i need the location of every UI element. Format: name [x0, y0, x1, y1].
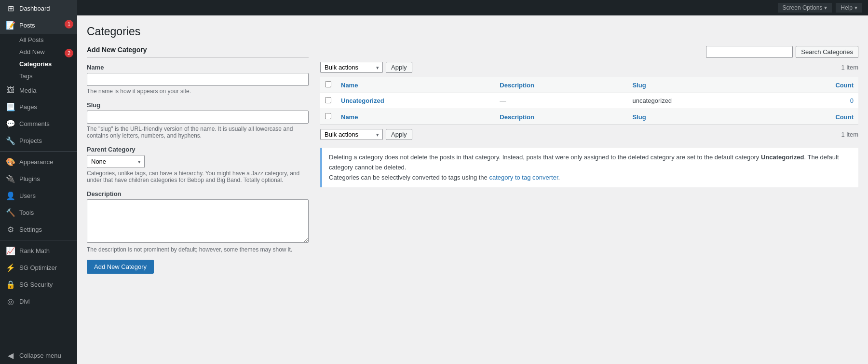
- collapse-icon: ◀: [6, 351, 15, 360]
- bulk-actions-select-top[interactable]: Bulk actions: [320, 62, 383, 73]
- divi-icon: ◎: [6, 297, 15, 306]
- row-slug: uncategorized: [632, 97, 672, 104]
- screen-options-button[interactable]: Screen Options ▾: [778, 3, 832, 13]
- sidebar-label-posts: Posts: [19, 22, 35, 29]
- apply-button-top[interactable]: Apply: [386, 62, 412, 73]
- search-categories-input[interactable]: [706, 46, 793, 58]
- sidebar-collapse-label: Collapse menu: [19, 352, 61, 359]
- sidebar-label-dashboard: Dashboard: [19, 5, 50, 12]
- slug-group: Slug The "slug" is the URL-friendly vers…: [87, 101, 309, 139]
- sidebar-item-tools[interactable]: 🔨 Tools: [0, 204, 77, 221]
- parent-label: Parent Category: [87, 146, 309, 153]
- sidebar-label-sg-security: SG Security: [19, 281, 53, 288]
- apply-button-bottom[interactable]: Apply: [386, 129, 412, 140]
- add-new-label: Add New: [19, 48, 45, 56]
- sidebar-item-comments[interactable]: 💬 Comments: [0, 115, 77, 132]
- screen-options-chevron-icon: ▾: [824, 4, 827, 11]
- row-name-cell: Uncategorized: [336, 93, 495, 109]
- sidebar-item-projects[interactable]: 🔧 Projects: [0, 132, 77, 149]
- search-area: Search Categories: [706, 46, 858, 58]
- row-description-cell: —: [495, 93, 627, 109]
- info-text-line1: Deleting a category does not delete the …: [329, 153, 852, 173]
- sidebar-item-divi[interactable]: ◎ Divi: [0, 293, 77, 310]
- comments-icon: 💬: [6, 119, 15, 128]
- table-top-bar: Search Categories: [320, 46, 858, 58]
- help-label: Help: [841, 4, 853, 11]
- sidebar-item-rank-math[interactable]: 📈 Rank Math: [0, 242, 77, 259]
- posts-badge: 1: [65, 20, 73, 28]
- col-description-footer[interactable]: Description: [495, 109, 627, 125]
- sidebar-item-add-new[interactable]: Add New 2: [0, 46, 77, 58]
- col-name-footer[interactable]: Name: [336, 109, 495, 125]
- col-slug-header[interactable]: Slug: [627, 77, 775, 93]
- search-categories-button[interactable]: Search Categories: [796, 46, 858, 58]
- bulk-bar-bottom: Bulk actions Apply 1 item: [320, 129, 858, 140]
- description-group: Description The description is not promi…: [87, 190, 309, 253]
- parent-category-select[interactable]: None: [87, 155, 145, 168]
- all-posts-label: All Posts: [19, 36, 44, 43]
- description-textarea[interactable]: [87, 199, 309, 243]
- category-count-link[interactable]: 0: [850, 97, 854, 104]
- sidebar-item-all-posts[interactable]: All Posts: [0, 34, 77, 46]
- sidebar-item-sg-optimizer[interactable]: ⚡ SG Optimizer: [0, 259, 77, 276]
- sidebar-label-rank-math: Rank Math: [19, 247, 50, 254]
- sidebar-item-categories[interactable]: Categories: [0, 58, 77, 70]
- sidebar-label-pages: Pages: [19, 103, 37, 111]
- bulk-bar-top: Bulk actions Apply 1 item: [320, 62, 858, 73]
- tags-label: Tags: [19, 72, 32, 80]
- parent-hint: Categories, unlike tags, can have a hier…: [87, 170, 309, 183]
- sidebar-item-users[interactable]: 👤 Users: [0, 187, 77, 204]
- col-count-footer[interactable]: Count: [775, 109, 858, 125]
- description-label: Description: [87, 190, 309, 197]
- sidebar-item-settings[interactable]: ⚙ Settings: [0, 221, 77, 238]
- select-all-checkbox[interactable]: [325, 81, 331, 87]
- pages-icon: 📃: [6, 102, 15, 112]
- slug-label: Slug: [87, 101, 309, 109]
- table-row: Uncategorized — uncategorized 0: [320, 93, 858, 109]
- sidebar-label-sg-optimizer: SG Optimizer: [19, 264, 57, 271]
- screen-options-label: Screen Options: [783, 4, 823, 11]
- sidebar-item-appearance[interactable]: 🎨 Appearance: [0, 154, 77, 170]
- sidebar-item-sg-security[interactable]: 🔒 SG Security: [0, 276, 77, 293]
- table-footer-row: Name Description Slug Count: [320, 109, 858, 125]
- add-category-button[interactable]: Add New Category: [87, 260, 154, 274]
- info-text-3: Categories can be selectively converted …: [329, 174, 488, 181]
- content-layout: Add New Category Name The name is how it…: [87, 46, 858, 274]
- row-checkbox-cell: [320, 93, 336, 109]
- categories-table: Name Description Slug Count: [320, 77, 858, 125]
- row-count-cell: 0: [775, 93, 858, 109]
- sidebar-label-tools: Tools: [19, 209, 34, 216]
- col-count-header[interactable]: Count: [775, 77, 858, 93]
- form-section-title: Add New Category: [87, 46, 309, 58]
- col-cb-header: [320, 77, 336, 93]
- help-button[interactable]: Help ▾: [836, 3, 862, 13]
- sidebar-item-posts[interactable]: 📝 Posts 1: [0, 17, 77, 34]
- bulk-select-wrapper-bottom: Bulk actions: [320, 129, 383, 140]
- col-description-header[interactable]: Description: [495, 77, 627, 93]
- slug-input[interactable]: [87, 111, 309, 124]
- sidebar-item-tags[interactable]: Tags: [0, 70, 77, 82]
- projects-icon: 🔧: [6, 136, 15, 145]
- sidebar-item-dashboard[interactable]: ⊞ Dashboard: [0, 0, 77, 17]
- category-name-link[interactable]: Uncategorized: [341, 97, 384, 104]
- bulk-actions-select-bottom[interactable]: Bulk actions: [320, 129, 383, 140]
- main-content: Categories Add New Category Name The nam…: [77, 15, 868, 364]
- sidebar-collapse-menu[interactable]: ◀ Collapse menu: [0, 347, 77, 364]
- sidebar: ⊞ Dashboard 📝 Posts 1 All Posts Add New …: [0, 0, 77, 364]
- sidebar-label-users: Users: [19, 192, 36, 199]
- sidebar-item-plugins[interactable]: 🔌 Plugins: [0, 170, 77, 187]
- select-all-checkbox-footer[interactable]: [325, 113, 331, 119]
- name-input[interactable]: [87, 73, 309, 86]
- row-checkbox[interactable]: [325, 97, 331, 103]
- col-slug-footer[interactable]: Slug: [627, 109, 775, 125]
- col-name-header[interactable]: Name: [336, 77, 495, 93]
- users-icon: 👤: [6, 191, 15, 200]
- category-to-tag-converter-link[interactable]: category to tag converter: [489, 174, 558, 181]
- col-cb-footer: [320, 109, 336, 125]
- sidebar-item-pages[interactable]: 📃 Pages: [0, 98, 77, 115]
- posts-icon: 📝: [6, 21, 15, 30]
- bulk-select-wrapper-top: Bulk actions: [320, 62, 383, 73]
- sidebar-item-media[interactable]: 🖼 Media: [0, 82, 77, 98]
- sidebar-divider-2: [0, 240, 77, 240]
- sidebar-label-projects: Projects: [19, 137, 42, 144]
